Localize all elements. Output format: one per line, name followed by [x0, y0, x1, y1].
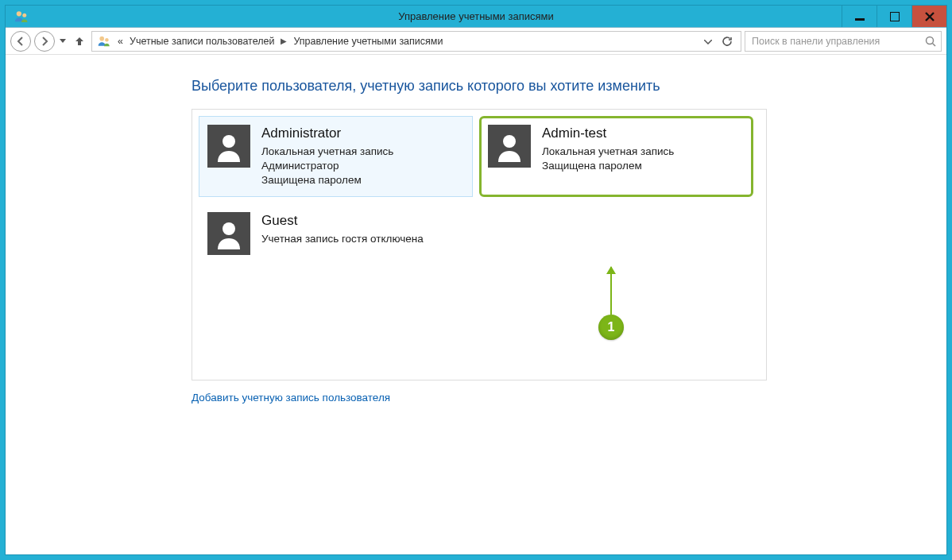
up-button[interactable] — [71, 33, 88, 50]
account-card-guest[interactable]: Guest Учетная запись гостя отключена — [199, 203, 473, 280]
refresh-button[interactable] — [718, 36, 736, 47]
back-button[interactable] — [10, 31, 31, 52]
avatar-icon — [207, 125, 250, 168]
minimize-icon — [855, 12, 865, 21]
search-icon — [925, 36, 936, 47]
maximize-icon — [890, 12, 900, 21]
account-name: Administrator — [261, 125, 393, 143]
account-type: Локальная учетная запись — [261, 145, 393, 159]
chevron-down-icon — [60, 39, 66, 44]
navbar: « Учетные записи пользователей ▶ Управле… — [6, 28, 946, 55]
account-status: Учетная запись гостя отключена — [261, 232, 424, 246]
account-card-administrator[interactable]: Administrator Локальная учетная запись А… — [199, 116, 473, 197]
avatar-icon — [488, 125, 531, 168]
breadcrumb-item[interactable]: Управление учетными записями — [293, 36, 443, 47]
account-password-status: Защищена паролем — [542, 159, 674, 173]
account-text: Administrator Локальная учетная запись А… — [261, 125, 393, 188]
search-input[interactable] — [750, 35, 925, 48]
account-password-status: Защищена паролем — [261, 173, 393, 187]
account-role: Администратор — [261, 159, 393, 173]
refresh-icon — [722, 36, 733, 47]
chevron-right-icon: ▶ — [281, 37, 287, 45]
breadcrumb-dropdown[interactable] — [704, 36, 712, 47]
add-user-link[interactable]: Добавить учетную запись пользователя — [192, 392, 390, 404]
account-name: Admin-test — [542, 125, 674, 143]
arrow-right-icon — [39, 36, 50, 47]
svg-rect-2 — [855, 18, 865, 21]
callout-number: 1 — [598, 315, 624, 340]
window-title: Управление учетными записями — [6, 10, 946, 22]
forward-button[interactable] — [34, 31, 55, 52]
address-bar[interactable]: « Учетные записи пользователей ▶ Управле… — [91, 31, 741, 52]
svg-rect-3 — [890, 12, 900, 21]
callout-arrow — [610, 267, 612, 315]
user-accounts-icon — [14, 9, 29, 25]
svg-point-5 — [105, 38, 109, 42]
svg-point-6 — [927, 37, 934, 44]
svg-point-4 — [99, 36, 104, 41]
svg-point-1 — [22, 13, 26, 17]
search-box[interactable] — [745, 31, 942, 52]
svg-point-8 — [503, 135, 516, 148]
accounts-grid: Administrator Локальная учетная запись А… — [199, 116, 760, 280]
svg-point-7 — [223, 135, 235, 148]
avatar-icon — [207, 212, 250, 255]
history-dropdown[interactable] — [58, 37, 68, 45]
close-icon — [925, 12, 935, 21]
arrow-left-icon — [15, 36, 26, 47]
account-type: Локальная учетная запись — [542, 145, 674, 159]
chevron-down-icon — [704, 40, 712, 44]
account-card-admin-test[interactable]: Admin-test Локальная учетная запись Защи… — [479, 116, 753, 197]
svg-point-0 — [17, 11, 21, 16]
page-heading: Выберите пользователя, учетную запись ко… — [192, 78, 946, 95]
content-area: Выберите пользователя, учетную запись ко… — [6, 56, 946, 554]
breadcrumb-prefix: « — [118, 36, 123, 47]
breadcrumb-item[interactable]: Учетные записи пользователей — [130, 36, 275, 47]
minimize-button[interactable] — [842, 6, 877, 27]
user-accounts-icon — [97, 34, 111, 48]
account-name: Guest — [261, 212, 424, 230]
annotation-callout: 1 — [598, 267, 624, 340]
titlebar: Управление учетными записями — [6, 6, 946, 28]
control-panel-window: Управление учетными записями — [5, 5, 947, 555]
svg-point-9 — [223, 222, 235, 235]
maximize-button[interactable] — [877, 6, 911, 27]
close-button[interactable] — [911, 6, 946, 27]
account-text: Guest Учетная запись гостя отключена — [261, 212, 424, 246]
account-text: Admin-test Локальная учетная запись Защи… — [542, 125, 674, 173]
accounts-panel: Administrator Локальная учетная запись А… — [192, 109, 767, 380]
arrow-up-icon — [74, 36, 85, 47]
window-controls — [842, 6, 946, 27]
